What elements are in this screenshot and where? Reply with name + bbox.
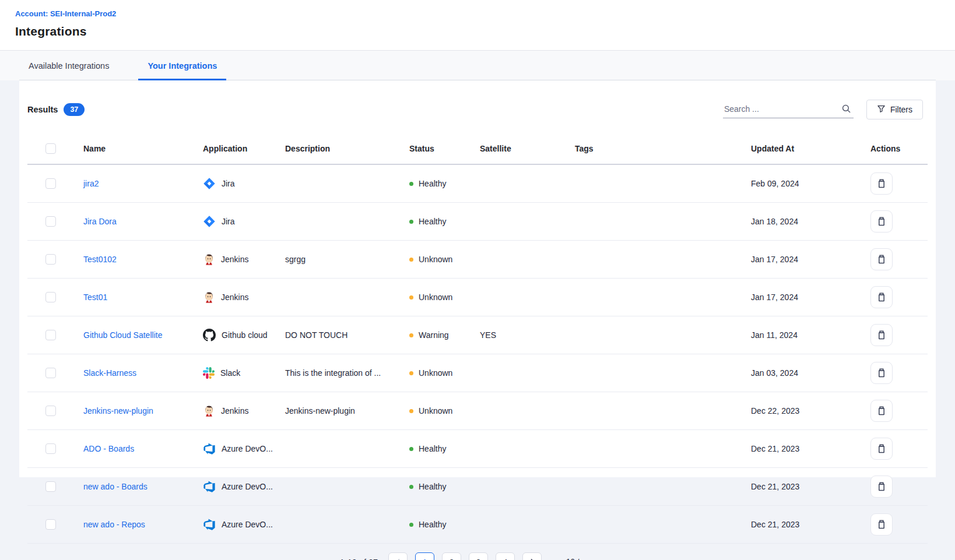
status-cell: Healthy <box>406 203 476 241</box>
application-cell: Jira <box>199 164 282 203</box>
integration-name-link[interactable]: Jenkins-new-plugin <box>83 406 153 415</box>
delete-integration-button[interactable] <box>870 513 893 536</box>
row-checkbox[interactable] <box>45 330 56 340</box>
status-cell: Unknown <box>406 279 476 316</box>
azure-icon <box>203 480 216 493</box>
delete-integration-button[interactable] <box>870 362 893 384</box>
pagination-page-3[interactable]: 3 <box>469 552 488 560</box>
description-cell: Jenkins-new-plugin <box>282 392 406 430</box>
description-cell <box>282 468 406 506</box>
delete-integration-button[interactable] <box>870 210 893 233</box>
pagination-page-2[interactable]: 2 <box>442 552 461 560</box>
row-checkbox[interactable] <box>45 178 56 189</box>
application-label: Azure DevO... <box>222 482 273 491</box>
search-box <box>723 101 854 118</box>
results-label: Results <box>27 105 58 114</box>
delete-integration-button[interactable] <box>870 248 893 270</box>
status-cell: Healthy <box>406 468 476 506</box>
delete-integration-button[interactable] <box>870 172 893 195</box>
integrations-page: Account: SEI-Internal-Prod2 Integrations… <box>0 0 955 560</box>
application-cell: Jira <box>199 203 282 241</box>
delete-integration-button[interactable] <box>870 476 893 498</box>
pagination-page-1[interactable]: 1 <box>415 552 434 560</box>
select-all-checkbox[interactable] <box>45 143 56 154</box>
table-row: Test0102JenkinssgrggUnknownJan 17, 2024 <box>27 241 928 279</box>
application-cell: Azure DevO... <box>199 506 282 544</box>
delete-integration-button[interactable] <box>870 438 893 460</box>
status-label: Healthy <box>419 520 446 529</box>
name-cell: jira2 <box>80 164 199 203</box>
row-checkbox[interactable] <box>45 216 56 227</box>
description-cell <box>282 203 406 241</box>
filters-button[interactable]: Filters <box>866 100 923 119</box>
tags-cell <box>571 354 747 392</box>
row-checkbox[interactable] <box>45 368 56 378</box>
search-input[interactable] <box>723 101 854 118</box>
azure-icon <box>203 518 216 531</box>
results-count-badge: 37 <box>64 103 85 116</box>
status-label: Healthy <box>419 217 446 226</box>
row-select-cell <box>27 316 80 354</box>
trash-icon <box>877 406 886 415</box>
updated-at-cell: Dec 21, 2023 <box>747 506 867 544</box>
status-label: Healthy <box>419 482 446 491</box>
integration-name-link[interactable]: jira2 <box>83 179 99 188</box>
updated-at-cell: Dec 21, 2023 <box>747 468 867 506</box>
actions-cell <box>867 279 928 316</box>
row-checkbox[interactable] <box>45 292 56 302</box>
integration-name-link[interactable]: Jira Dora <box>83 217 117 226</box>
row-checkbox[interactable] <box>45 443 56 454</box>
pagination: 1-10 of 37 1234 10 / page <box>27 544 928 560</box>
integration-name-link[interactable]: new ado - Repos <box>83 520 145 529</box>
table-row: Github Cloud SatelliteGithub cloudDO NOT… <box>27 316 928 354</box>
description-cell: sgrgg <box>282 241 406 279</box>
integration-name-link[interactable]: Test01 <box>83 293 107 302</box>
actions-cell <box>867 430 928 468</box>
status-cell: Healthy <box>406 506 476 544</box>
column-header-updated-at: Updated At <box>747 135 867 164</box>
tab-bar: Available Integrations Your Integrations <box>0 51 955 80</box>
integration-name-link[interactable]: Test0102 <box>83 255 117 264</box>
updated-at-cell: Dec 22, 2023 <box>747 392 867 430</box>
toolbar: Results 37 Filters <box>27 80 928 119</box>
name-cell: new ado - Boards <box>80 468 199 506</box>
integration-name-link[interactable]: Slack-Harness <box>83 368 136 378</box>
status-label: Healthy <box>419 179 446 188</box>
filters-button-label: Filters <box>890 105 912 114</box>
name-cell: Slack-Harness <box>80 354 199 392</box>
trash-icon <box>877 330 886 340</box>
row-checkbox[interactable] <box>45 254 56 265</box>
chevron-down-icon <box>603 557 609 560</box>
integration-name-link[interactable]: new ado - Boards <box>83 482 148 491</box>
pagination-page-4[interactable]: 4 <box>496 552 515 560</box>
name-cell: Jira Dora <box>80 203 199 241</box>
updated-at-cell: Jan 17, 2024 <box>747 241 867 279</box>
row-checkbox[interactable] <box>45 519 56 530</box>
pagination-prev-button[interactable] <box>388 552 408 560</box>
delete-integration-button[interactable] <box>870 324 893 346</box>
integration-name-link[interactable]: Github Cloud Satellite <box>83 330 162 340</box>
status-dot <box>409 485 413 489</box>
status-dot <box>409 295 413 300</box>
column-header-name: Name <box>80 135 199 164</box>
page-size-select[interactable]: 10 / page <box>560 554 615 560</box>
delete-integration-button[interactable] <box>870 286 893 308</box>
trash-icon <box>877 482 886 491</box>
page-size-label: 10 / page <box>566 557 599 560</box>
description-cell <box>282 430 406 468</box>
table-row: new ado - ReposAzure DevO...HealthyDec 2… <box>27 506 928 544</box>
trash-icon <box>877 255 886 264</box>
delete-integration-button[interactable] <box>870 400 893 422</box>
row-select-cell <box>27 241 80 279</box>
satellite-cell <box>476 468 571 506</box>
page-header: Account: SEI-Internal-Prod2 Integrations <box>0 0 955 51</box>
row-checkbox[interactable] <box>45 481 56 492</box>
tab-available-integrations[interactable]: Available Integrations <box>19 51 118 80</box>
pagination-next-button[interactable] <box>522 552 542 560</box>
table-row: Test01JenkinsUnknownJan 17, 2024 <box>27 279 928 316</box>
account-link[interactable]: Account: SEI-Internal-Prod2 <box>15 9 116 18</box>
tab-your-integrations[interactable]: Your Integrations <box>138 51 226 80</box>
actions-cell <box>867 506 928 544</box>
integration-name-link[interactable]: ADO - Boards <box>83 444 134 453</box>
row-checkbox[interactable] <box>45 406 56 416</box>
